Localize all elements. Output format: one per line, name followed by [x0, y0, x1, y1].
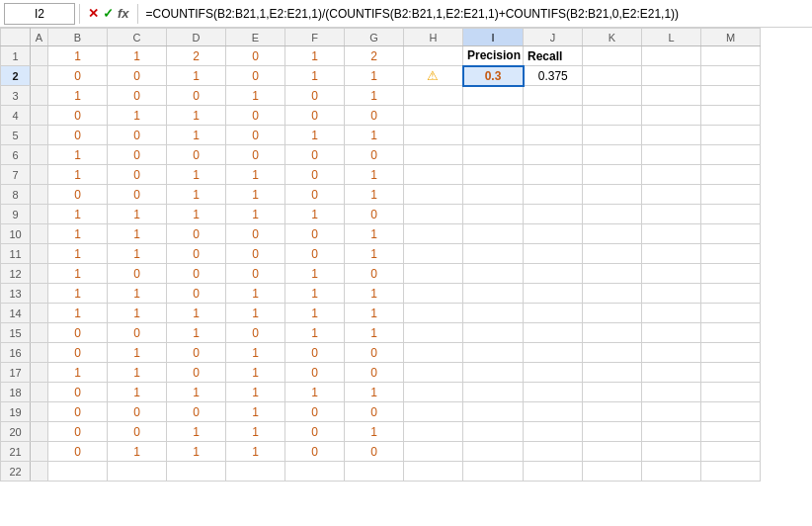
cell-a11[interactable]	[31, 244, 48, 264]
col-header-l[interactable]: L	[642, 29, 701, 46]
cell-a15[interactable]	[31, 323, 48, 343]
cell-b9[interactable]: 1	[48, 205, 108, 224]
cell-a17[interactable]	[31, 363, 48, 383]
cell-c8[interactable]: 0	[108, 185, 167, 205]
cell-a5[interactable]	[31, 126, 48, 145]
cell-l14[interactable]	[642, 304, 701, 323]
cell-g16[interactable]: 0	[345, 343, 404, 363]
cell-h19[interactable]	[404, 402, 463, 422]
cell-l1[interactable]	[642, 46, 701, 66]
cell-f20[interactable]: 0	[285, 422, 345, 442]
cell-l5[interactable]	[642, 126, 701, 145]
cell-d7[interactable]: 1	[167, 165, 226, 185]
cell-b17[interactable]: 1	[48, 363, 108, 383]
cell-a21[interactable]	[31, 442, 48, 462]
row-header-2[interactable]: 2	[1, 66, 31, 86]
cell-j10[interactable]	[524, 224, 583, 244]
cell-k17[interactable]	[583, 363, 642, 383]
cell-f5[interactable]: 1	[285, 126, 345, 145]
cell-l21[interactable]	[642, 442, 701, 462]
cell-m6[interactable]	[701, 145, 761, 165]
cancel-formula-icon[interactable]: ✕	[88, 6, 99, 21]
cell-b14[interactable]: 1	[48, 304, 108, 323]
cell-j12[interactable]	[524, 264, 583, 284]
cell-i22[interactable]	[463, 462, 524, 482]
cell-k5[interactable]	[583, 126, 642, 145]
row-header-11[interactable]: 11	[1, 244, 31, 264]
cell-g7[interactable]: 1	[345, 165, 404, 185]
cell-h22[interactable]	[404, 462, 463, 482]
cell-a12[interactable]	[31, 264, 48, 284]
cell-i20[interactable]	[463, 422, 524, 442]
cell-d19[interactable]: 0	[167, 402, 226, 422]
cell-e11[interactable]: 0	[226, 244, 285, 264]
cell-f1[interactable]: 1	[285, 46, 345, 66]
row-header-14[interactable]: 14	[1, 304, 31, 323]
cell-d16[interactable]: 0	[167, 343, 226, 363]
cell-e8[interactable]: 1	[226, 185, 285, 205]
cell-k1[interactable]	[583, 46, 642, 66]
cell-k16[interactable]	[583, 343, 642, 363]
cell-c20[interactable]: 0	[108, 422, 167, 442]
fx-icon[interactable]: fx	[118, 6, 129, 21]
cell-e20[interactable]: 1	[226, 422, 285, 442]
cell-f11[interactable]: 0	[285, 244, 345, 264]
cell-c19[interactable]: 0	[108, 402, 167, 422]
cell-l13[interactable]	[642, 284, 701, 304]
cell-h2-warning[interactable]: ⚠	[404, 66, 463, 86]
confirm-formula-icon[interactable]: ✓	[103, 6, 114, 21]
cell-c12[interactable]: 0	[108, 264, 167, 284]
row-header-12[interactable]: 12	[1, 264, 31, 284]
row-header-17[interactable]: 17	[1, 363, 31, 383]
cell-a19[interactable]	[31, 402, 48, 422]
cell-h9[interactable]	[404, 205, 463, 224]
cell-h5[interactable]	[404, 126, 463, 145]
row-header-8[interactable]: 8	[1, 185, 31, 205]
cell-h14[interactable]	[404, 304, 463, 323]
cell-g11[interactable]: 1	[345, 244, 404, 264]
cell-i14[interactable]	[463, 304, 524, 323]
cell-e7[interactable]: 1	[226, 165, 285, 185]
cell-c10[interactable]: 1	[108, 224, 167, 244]
cell-e13[interactable]: 1	[226, 284, 285, 304]
cell-e9[interactable]: 1	[226, 205, 285, 224]
row-header-7[interactable]: 7	[1, 165, 31, 185]
cell-m21[interactable]	[701, 442, 761, 462]
cell-i11[interactable]	[463, 244, 524, 264]
cell-i16[interactable]	[463, 343, 524, 363]
row-header-16[interactable]: 16	[1, 343, 31, 363]
cell-a10[interactable]	[31, 224, 48, 244]
cell-h7[interactable]	[404, 165, 463, 185]
cell-g12[interactable]: 0	[345, 264, 404, 284]
cell-j6[interactable]	[524, 145, 583, 165]
cell-f22[interactable]	[285, 462, 345, 482]
cell-j15[interactable]	[524, 323, 583, 343]
cell-e5[interactable]: 0	[226, 126, 285, 145]
cell-c17[interactable]: 1	[108, 363, 167, 383]
cell-f18[interactable]: 1	[285, 383, 345, 402]
cell-j13[interactable]	[524, 284, 583, 304]
cell-c11[interactable]: 1	[108, 244, 167, 264]
cell-c1[interactable]: 1	[108, 46, 167, 66]
cell-j19[interactable]	[524, 402, 583, 422]
cell-g14[interactable]: 1	[345, 304, 404, 323]
cell-i15[interactable]	[463, 323, 524, 343]
cell-d1[interactable]: 2	[167, 46, 226, 66]
cell-j16[interactable]	[524, 343, 583, 363]
cell-j17[interactable]	[524, 363, 583, 383]
col-header-c[interactable]: C	[108, 29, 167, 46]
cell-k15[interactable]	[583, 323, 642, 343]
cell-a6[interactable]	[31, 145, 48, 165]
cell-b12[interactable]: 1	[48, 264, 108, 284]
row-header-13[interactable]: 13	[1, 284, 31, 304]
col-header-m[interactable]: M	[701, 29, 761, 46]
cell-e18[interactable]: 1	[226, 383, 285, 402]
cell-k4[interactable]	[583, 106, 642, 126]
cell-h20[interactable]	[404, 422, 463, 442]
col-header-d[interactable]: D	[167, 29, 226, 46]
row-header-3[interactable]: 3	[1, 86, 31, 106]
cell-b15[interactable]: 0	[48, 323, 108, 343]
cell-h12[interactable]	[404, 264, 463, 284]
formula-input[interactable]: =COUNTIFS(B2:B21,1,E2:E21,1)/(COUNTIFS(B…	[142, 3, 808, 25]
cell-j5[interactable]	[524, 126, 583, 145]
